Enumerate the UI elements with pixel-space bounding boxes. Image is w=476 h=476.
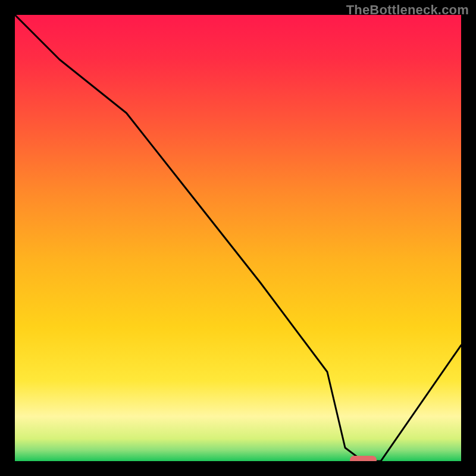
optimum-marker xyxy=(350,456,377,461)
plot-area xyxy=(15,15,461,461)
chart-frame: TheBottleneck.com xyxy=(0,0,476,476)
bottleneck-curve xyxy=(15,15,461,461)
watermark-text: TheBottleneck.com xyxy=(346,2,469,18)
